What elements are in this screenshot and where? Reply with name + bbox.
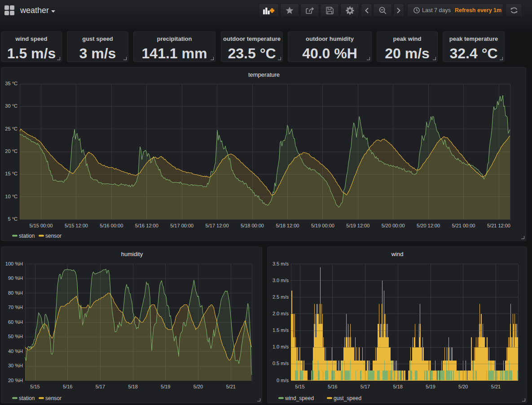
- svg-text:5/15: 5/15: [30, 384, 40, 389]
- svg-text:5/21: 5/21: [226, 384, 235, 389]
- svg-text:1.0 m/s: 1.0 m/s: [273, 344, 289, 349]
- svg-text:2.0 m/s: 2.0 m/s: [273, 311, 289, 316]
- svg-text:humidity: humidity: [121, 251, 143, 257]
- svg-text:5/18 12:00: 5/18 12:00: [276, 223, 299, 228]
- svg-text:40 %H: 40 %H: [8, 348, 23, 354]
- svg-text:5/18: 5/18: [128, 384, 137, 389]
- svg-text:50 %H: 50 %H: [8, 334, 23, 339]
- svg-text:70 %H: 70 %H: [8, 305, 23, 310]
- svg-text:5/18 00:00: 5/18 00:00: [241, 223, 264, 228]
- svg-text:5/19: 5/19: [161, 384, 170, 389]
- svg-text:gust_speed: gust_speed: [334, 395, 361, 401]
- svg-text:5/21 00:00: 5/21 00:00: [452, 223, 475, 228]
- svg-text:5/18: 5/18: [393, 384, 402, 389]
- svg-text:35 °C: 35 °C: [5, 81, 18, 86]
- svg-text:20 °C: 20 °C: [5, 148, 18, 154]
- svg-text:5/16: 5/16: [328, 384, 337, 389]
- svg-text:wind_speed: wind_speed: [285, 395, 314, 401]
- svg-text:3.0 m/s: 3.0 m/s: [273, 278, 289, 283]
- svg-text:wind: wind: [391, 251, 404, 257]
- svg-text:5/21: 5/21: [491, 384, 501, 389]
- svg-text:5/15 00:00: 5/15 00:00: [30, 223, 53, 228]
- svg-text:5/20 00:00: 5/20 00:00: [382, 223, 405, 228]
- svg-text:100 %H: 100 %H: [5, 261, 23, 266]
- svg-text:5/15 12:00: 5/15 12:00: [65, 223, 88, 228]
- svg-text:5/16 12:00: 5/16 12:00: [135, 223, 158, 228]
- svg-text:5/20 12:00: 5/20 12:00: [417, 223, 440, 228]
- svg-text:5/20: 5/20: [193, 384, 203, 389]
- svg-text:3.5 m/s: 3.5 m/s: [273, 261, 289, 266]
- svg-text:5/19 00:00: 5/19 00:00: [311, 223, 334, 228]
- svg-text:5/19: 5/19: [426, 384, 435, 389]
- svg-text:0.5 m/s: 0.5 m/s: [273, 361, 289, 366]
- svg-text:5/17: 5/17: [361, 384, 370, 389]
- svg-text:5/19 12:00: 5/19 12:00: [346, 223, 369, 228]
- svg-text:30 %H: 30 %H: [8, 363, 23, 368]
- svg-text:station: station: [19, 395, 35, 401]
- svg-text:20 %H: 20 %H: [8, 378, 23, 383]
- svg-text:5 °C: 5 °C: [8, 216, 18, 222]
- svg-text:5/21 12:00: 5/21 12:00: [487, 223, 510, 228]
- svg-text:60 %H: 60 %H: [8, 319, 23, 325]
- svg-text:station: station: [19, 233, 35, 239]
- svg-text:5/16 00:00: 5/16 00:00: [100, 223, 123, 228]
- svg-text:2.5 m/s: 2.5 m/s: [273, 294, 289, 300]
- svg-text:sensor: sensor: [45, 395, 62, 401]
- svg-text:5/17 00:00: 5/17 00:00: [170, 223, 193, 228]
- svg-text:90 %H: 90 %H: [8, 275, 23, 281]
- svg-text:15 °C: 15 °C: [5, 171, 18, 176]
- svg-text:sensor: sensor: [45, 233, 62, 239]
- svg-text:5/20: 5/20: [458, 384, 468, 389]
- svg-text:80 %H: 80 %H: [8, 290, 23, 296]
- svg-text:30 °C: 30 °C: [5, 103, 18, 109]
- svg-text:10 °C: 10 °C: [5, 194, 18, 199]
- svg-text:1.5 m/s: 1.5 m/s: [273, 327, 289, 333]
- svg-text:temperature: temperature: [248, 71, 280, 78]
- svg-text:5/17 12:00: 5/17 12:00: [206, 223, 229, 228]
- svg-text:25 °C: 25 °C: [5, 126, 18, 131]
- svg-text:0 m/s: 0 m/s: [277, 378, 289, 383]
- svg-text:5/16: 5/16: [63, 384, 72, 389]
- svg-text:5/15: 5/15: [295, 384, 304, 389]
- svg-text:5/17: 5/17: [96, 384, 105, 389]
